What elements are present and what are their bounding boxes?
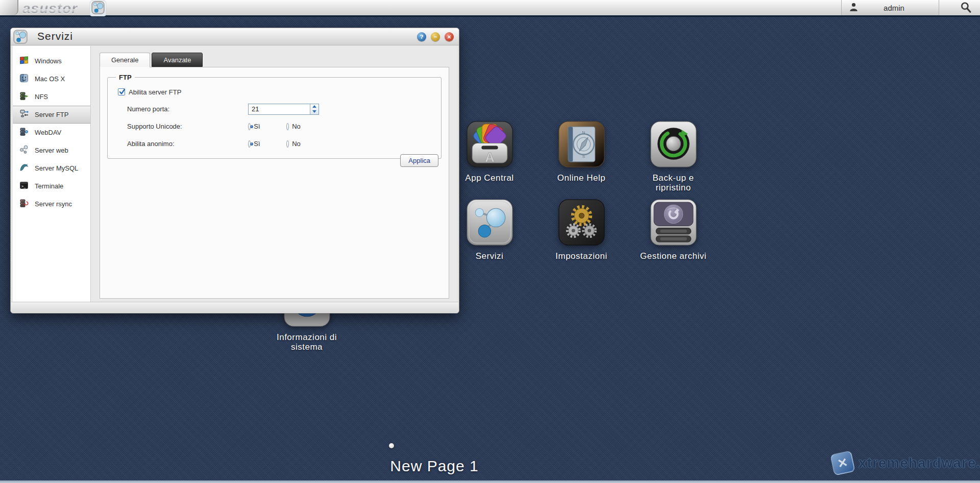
sidebar-item-label: Server FTP — [35, 111, 68, 118]
sidebar-item-macosx[interactable]: Mac OS X — [13, 70, 90, 88]
window-footer — [11, 302, 458, 312]
icon-label: Back-up e ripristino — [640, 173, 707, 192]
sidebar-item-label: Windows — [35, 57, 62, 65]
icon-label: Gestione archivi — [640, 251, 706, 261]
anonymous-no-option[interactable]: No — [286, 140, 325, 148]
sidebar-item-server-web[interactable]: Server web — [13, 141, 90, 159]
unicode-no-label: No — [292, 123, 325, 130]
sidebar-item-nfs[interactable]: NFS — [13, 88, 90, 106]
topbar-corner — [0, 0, 18, 15]
topbar: asustor admin — [0, 0, 980, 17]
sidebar-item-label: Server MySQL — [35, 164, 78, 172]
bottom-edge-strip — [0, 480, 980, 483]
window-titlebar[interactable]: Servizi ? − ✕ — [11, 28, 459, 45]
terminal-icon: >_ — [19, 181, 29, 191]
spinner-up-icon[interactable] — [310, 104, 318, 109]
settings-content: Generale Avanzate FTP Abilita server FTP — [91, 46, 457, 302]
nfs-icon — [19, 91, 29, 102]
rsync-icon — [19, 199, 29, 209]
generale-tab-panel: FTP Abilita server FTP Numero porta: — [100, 67, 449, 299]
mysql-icon — [19, 163, 29, 174]
ftp-legend: FTP — [116, 74, 135, 81]
radio-unchecked-icon[interactable] — [286, 140, 289, 148]
minimize-button[interactable]: − — [431, 32, 440, 41]
tab-avanzate[interactable]: Avanzate — [152, 53, 203, 67]
close-button[interactable]: ✕ — [445, 32, 454, 41]
icon-label: App Central — [465, 173, 513, 183]
port-input[interactable] — [248, 104, 319, 115]
macosx-icon — [19, 74, 29, 84]
windows-icon — [19, 56, 29, 66]
online-help-icon: NS — [558, 120, 605, 170]
xtremehardware-logo-icon: ✕ — [830, 450, 855, 476]
svg-text:S: S — [582, 154, 585, 159]
sidebar-item-server-rsync[interactable]: Server rsync — [13, 195, 90, 213]
services-icon — [466, 199, 513, 248]
desktop-icon-online-help[interactable]: NS Online Help — [535, 120, 627, 183]
storage-manager-icon — [650, 199, 697, 248]
watermark-text: xtremehardware.it — [859, 455, 980, 471]
radio-checked-icon[interactable] — [248, 123, 251, 130]
sidebar-item-webdav[interactable]: WebDAV — [13, 124, 90, 141]
unicode-yes-option[interactable]: Sì — [248, 123, 286, 130]
asustor-logo: asustor — [22, 1, 78, 17]
sidebar-item-label: Server web — [35, 147, 68, 154]
unicode-yes-label: Sì — [254, 123, 286, 130]
unicode-label: Supporto Unicode: — [127, 123, 248, 130]
tab-generale[interactable]: Generale — [100, 53, 150, 67]
watermark: ✕ xtremehardware.it — [832, 452, 980, 474]
window-servizi-icon — [13, 30, 28, 46]
servizi-window: Servizi ? − ✕ Windows Mac OS X NFS — [10, 28, 459, 313]
anonymous-yes-label: Sì — [254, 140, 286, 148]
icon-label: Online Help — [557, 173, 605, 183]
anonymous-label: Abilita anonimo: — [127, 140, 248, 148]
page-indicator-dot[interactable] — [389, 443, 394, 448]
sidebar-item-server-mysql[interactable]: Server MySQL — [13, 159, 90, 177]
apply-button[interactable]: Applica — [400, 154, 438, 167]
app-central-icon: A — [466, 120, 513, 170]
enable-ftp-label: Abilita server FTP — [129, 88, 181, 96]
radio-checked-icon[interactable] — [248, 140, 251, 148]
anonymous-yes-option[interactable]: Sì — [248, 140, 286, 148]
webdav-icon — [19, 127, 29, 138]
enable-ftp-checkbox[interactable] — [118, 88, 125, 95]
desktop-icon-impostazioni[interactable]: Impostazioni — [535, 199, 627, 261]
port-label: Numero porta: — [127, 105, 248, 113]
svg-text:N: N — [582, 130, 585, 135]
unicode-no-option[interactable]: No — [286, 123, 325, 130]
port-spinner — [310, 104, 318, 114]
anonymous-no-label: No — [292, 140, 325, 148]
ftp-icon — [19, 109, 29, 120]
search-button[interactable] — [959, 2, 973, 15]
help-button[interactable]: ? — [417, 32, 426, 41]
sidebar-item-label: Terminale — [35, 182, 63, 190]
enable-ftp-row[interactable]: Abilita server FTP — [118, 86, 436, 98]
tab-bar: Generale Avanzate — [100, 53, 203, 67]
icon-label: Servizi — [476, 251, 504, 261]
desktop-background: asustor admin A App Central NS Online — [0, 0, 980, 483]
taskbar-servizi-app[interactable] — [90, 1, 106, 16]
unicode-row: Supporto Unicode: Sì No — [127, 120, 436, 133]
user-menu-button[interactable]: admin — [841, 0, 939, 15]
window-body: Windows Mac OS X NFS Server FTP WebDAV — [13, 46, 457, 302]
sidebar-item-terminale[interactable]: >_ Terminale — [13, 177, 90, 195]
sidebar-item-windows[interactable]: Windows — [13, 52, 90, 70]
window-title: Servizi — [37, 30, 73, 42]
web-icon — [19, 145, 29, 156]
desktop-icon-backup[interactable]: Back-up e ripristino — [627, 120, 719, 192]
sidebar-item-label: NFS — [35, 93, 48, 101]
sidebar-item-label: Server rsync — [35, 200, 72, 208]
sidebar-item-label: Mac OS X — [35, 75, 65, 83]
anonymous-row: Abilita anonimo: Sì No — [127, 137, 436, 150]
desktop-icon-gestione-archivi[interactable]: Gestione archivi — [627, 199, 719, 261]
icon-label: Impostazioni — [555, 251, 607, 261]
radio-unchecked-icon[interactable] — [286, 123, 289, 130]
ftp-fieldset: FTP Abilita server FTP Numero porta: — [107, 74, 442, 159]
spinner-down-icon[interactable] — [310, 109, 318, 114]
user-icon — [849, 2, 859, 14]
port-row: Numero porta: — [127, 103, 436, 115]
desktop-page-title: New Page 1 — [373, 457, 496, 475]
sidebar-item-server-ftp[interactable]: Server FTP — [13, 106, 90, 124]
search-icon — [960, 2, 971, 15]
svg-text:>_: >_ — [21, 184, 26, 188]
